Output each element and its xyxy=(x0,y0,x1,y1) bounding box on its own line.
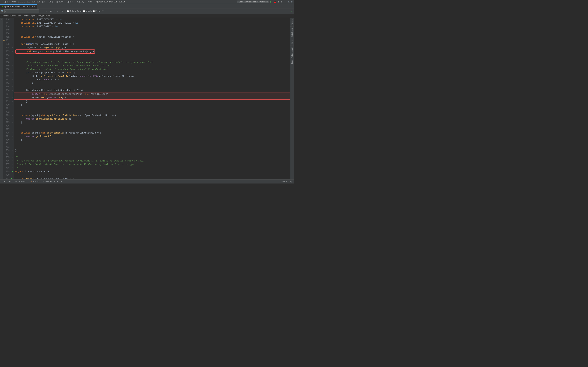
sidebar-tab-database[interactable]: Database xyxy=(290,26,294,39)
code-line xyxy=(14,128,290,131)
words-label[interactable]: Words xyxy=(83,10,92,13)
line-number: 760 xyxy=(3,68,11,71)
line-number: 786 xyxy=(3,159,11,163)
line-gutter: ◦ xyxy=(11,46,14,50)
breadcrumb-file[interactable]: ApplicationMaster xyxy=(1,15,21,17)
fold-marker-icon[interactable]: ◦ xyxy=(12,115,13,117)
debug-button[interactable]: 🐞 xyxy=(273,0,276,3)
sidebar-tab-bean[interactable]: Bean Validation xyxy=(290,45,294,66)
toolbar-divider-1 xyxy=(54,10,54,13)
table-row: 775◦ } xyxy=(3,121,290,124)
code-line: * apart the client-mode AM from the clus… xyxy=(14,163,290,166)
code-line: private var master: ApplicationMaster = … xyxy=(14,35,290,39)
todo-icon: ☑ xyxy=(2,180,3,183)
table-row: 764◦ } xyxy=(3,82,290,85)
run-gutter-icon[interactable]: ▶ xyxy=(12,43,13,45)
sidebar-tab-maven[interactable]: Maven xyxy=(290,18,294,26)
event-log-button[interactable]: Event Log xyxy=(281,179,293,184)
run-button[interactable]: ▶ xyxy=(270,0,271,3)
fold-marker-icon[interactable]: ◦ xyxy=(12,139,13,141)
java-enterprise-button[interactable]: ☕ Java Enterprise xyxy=(42,179,62,184)
fold-marker-icon[interactable]: ◦ xyxy=(12,104,13,106)
minimize-button[interactable]: ─ xyxy=(286,0,287,3)
left-sidebar-icon-1[interactable]: ☰ xyxy=(1,18,2,21)
maximize-button[interactable]: □ xyxy=(288,0,290,3)
fold-marker-icon[interactable]: ◦ xyxy=(12,75,13,77)
code-line: // Note: we must do this before SparkHad… xyxy=(14,68,290,71)
terminal-button[interactable]: ▶ Terminal xyxy=(15,179,27,184)
build-button[interactable]: 🔨 Build xyxy=(29,179,40,184)
match-case-label[interactable]: Match Case xyxy=(67,10,82,13)
fold-marker-icon[interactable]: ◦ xyxy=(12,72,13,74)
line-number: 763 xyxy=(3,78,11,82)
line-number: 748 xyxy=(3,25,11,28)
line-gutter: ◦ xyxy=(11,61,14,64)
table-row: 763◦ sys.props(k) = v xyxy=(3,78,290,82)
code-line xyxy=(14,39,290,42)
fold-marker-icon[interactable]: ◦ xyxy=(12,90,13,92)
table-row: 783◦} xyxy=(3,149,290,152)
toolbar-icon-2[interactable]: ↻ xyxy=(281,0,283,3)
table-row: 758◦ // Load the properties file with th… xyxy=(3,61,290,64)
code-line: def main(args: Array[String]): Unit = { xyxy=(14,42,290,46)
line-gutter xyxy=(11,124,14,128)
fold-marker-icon[interactable]: ◦ xyxy=(12,93,13,95)
fold-marker-icon[interactable]: ◦ xyxy=(12,178,13,179)
fold-marker-icon[interactable]: ◦ xyxy=(12,163,13,165)
match-case-checkbox[interactable] xyxy=(67,10,69,12)
code-line xyxy=(14,173,290,177)
next-result-button[interactable]: ↓ xyxy=(45,9,49,13)
active-tab[interactable]: ◆ ApplicationMaster.scala × xyxy=(0,4,37,8)
fold-marker-icon[interactable]: ◦ xyxy=(12,97,13,99)
line-number: 779 xyxy=(3,135,11,138)
right-sidebar: Maven Database Ant Bean Validation xyxy=(290,18,294,179)
replace-button[interactable]: ↔ xyxy=(56,9,60,13)
run-gutter-icon[interactable]: ▶ xyxy=(12,170,13,173)
fold-marker-icon[interactable]: ◦ xyxy=(12,65,13,67)
fold-marker-icon[interactable]: ◦ xyxy=(12,82,13,84)
toolbar-icon-1[interactable]: ⚙ xyxy=(278,0,279,3)
search-box[interactable]: ⌕ xyxy=(4,9,39,13)
line-gutter: ◦ xyxy=(11,135,14,138)
fold-marker-icon[interactable]: ◦ xyxy=(12,132,13,134)
table-row: 759◦ // so that user code run inside the… xyxy=(3,64,290,68)
fold-marker-icon[interactable]: ◦ xyxy=(12,135,13,137)
find-all-button[interactable]: ⊞ xyxy=(49,9,53,13)
breadcrumb-method[interactable]: main(args: Array[String]) xyxy=(24,15,52,17)
line-gutter: ◦ xyxy=(11,68,14,71)
line-number: 764 xyxy=(3,82,11,85)
fold-marker-icon[interactable]: ◦ xyxy=(12,61,13,63)
code-line: /** xyxy=(14,156,290,159)
line-number: 757 xyxy=(3,57,11,61)
line-gutter: ◦ xyxy=(11,114,14,117)
filter-button[interactable]: ▽ xyxy=(60,9,64,13)
fold-marker-icon[interactable]: ◦ xyxy=(12,167,13,169)
code-line: } xyxy=(14,85,290,89)
fold-marker-icon[interactable]: ◦ xyxy=(12,47,13,49)
regex-checkbox[interactable] xyxy=(93,10,95,12)
fold-marker-icon[interactable]: ◦ xyxy=(12,86,13,88)
regex-label[interactable]: Regex ? xyxy=(93,10,104,13)
tab-label: ApplicationMaster.scala xyxy=(4,5,33,8)
sidebar-tab-ant[interactable]: Ant xyxy=(290,39,294,45)
fold-marker-icon[interactable]: ◦ xyxy=(12,79,13,81)
line-number: 767 xyxy=(3,92,11,96)
code-editor[interactable]: 746 private val EXIT_SECURITY = 14747 pr… xyxy=(3,18,290,179)
words-checkbox[interactable] xyxy=(83,10,85,12)
line-gutter: ▶ xyxy=(11,42,14,46)
fold-marker-icon[interactable]: ◦ xyxy=(12,156,13,158)
fold-marker-icon[interactable]: ◦ xyxy=(12,68,13,70)
fold-marker-icon[interactable]: ◦ xyxy=(12,118,13,120)
fold-marker-icon[interactable]: ◦ xyxy=(12,50,13,52)
line-gutter: ◦ xyxy=(11,117,14,121)
fold-marker-icon[interactable]: ◦ xyxy=(12,160,13,162)
tab-close-button[interactable]: × xyxy=(34,6,35,8)
fold-marker-icon[interactable]: ◦ xyxy=(12,150,13,151)
todo-button[interactable]: ☑ 8: TODO xyxy=(1,179,13,184)
search-input[interactable] xyxy=(7,10,35,13)
fold-marker-icon[interactable]: ◦ xyxy=(12,100,13,102)
prev-result-button[interactable]: ↑ xyxy=(40,9,44,13)
table-row: 768◦ System.exit(master.run()) xyxy=(3,96,290,100)
fold-marker-icon[interactable]: ◦ xyxy=(12,121,13,123)
close-button[interactable]: ✕ xyxy=(291,0,293,3)
